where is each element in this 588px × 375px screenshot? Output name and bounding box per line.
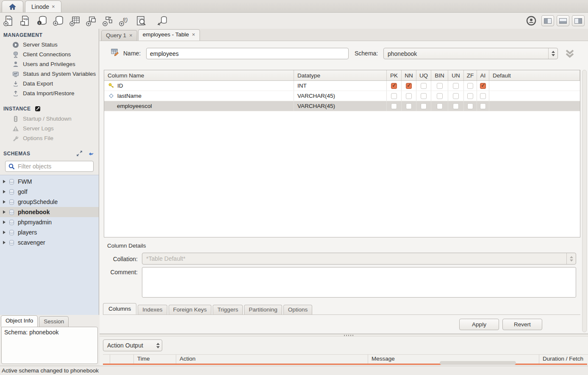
toggle-bottom-panel-button[interactable] bbox=[557, 15, 569, 26]
header-time[interactable]: Time bbox=[134, 355, 176, 364]
uq-checkbox[interactable] bbox=[421, 103, 427, 109]
tab-object-info[interactable]: Object Info bbox=[1, 315, 38, 327]
schema-item-players[interactable]: players bbox=[0, 227, 99, 237]
spinner-icon[interactable] bbox=[154, 340, 162, 351]
editor-scrollbar[interactable] bbox=[582, 70, 587, 332]
table-name-input[interactable] bbox=[146, 48, 349, 59]
new-sql-tab-button[interactable]: SQL bbox=[1, 14, 17, 27]
open-sql-script-button[interactable]: SQL bbox=[18, 14, 33, 27]
toggle-left-panel-button[interactable] bbox=[541, 15, 554, 26]
comment-textarea[interactable] bbox=[142, 267, 576, 298]
header-column-name[interactable]: Column Name bbox=[104, 70, 294, 80]
output-selector[interactable]: Action Output bbox=[103, 339, 162, 351]
expander-icon[interactable] bbox=[3, 221, 6, 224]
header-nn[interactable]: NN bbox=[402, 70, 416, 80]
sidebar-item-data-export[interactable]: Data Export bbox=[0, 79, 99, 88]
schema-item-phpmyadmin[interactable]: phpmyadmin bbox=[0, 217, 99, 227]
column-row-employeescol[interactable]: employeescol VARCHAR(45) bbox=[104, 101, 580, 111]
zf-checkbox[interactable] bbox=[467, 103, 473, 109]
inspect-database-button[interactable]: i bbox=[34, 14, 50, 27]
column-row-lastname[interactable]: lastName VARCHAR(45) bbox=[104, 91, 580, 101]
search-data-button[interactable] bbox=[133, 14, 149, 27]
close-icon[interactable]: × bbox=[192, 31, 195, 38]
header-bin[interactable]: BIN bbox=[431, 70, 448, 80]
spinner-icon[interactable] bbox=[548, 48, 557, 59]
un-checkbox[interactable] bbox=[453, 93, 459, 99]
bin-checkbox[interactable] bbox=[437, 83, 443, 89]
bin-checkbox[interactable] bbox=[437, 93, 443, 99]
header-action[interactable]: Action bbox=[176, 355, 368, 364]
header-duration[interactable]: Duration / Fetch bbox=[539, 355, 588, 364]
pk-checkbox[interactable] bbox=[391, 83, 397, 89]
header-zf[interactable]: ZF bbox=[464, 70, 477, 80]
expander-icon[interactable] bbox=[3, 180, 6, 183]
header-ai[interactable]: AI bbox=[477, 70, 489, 80]
header-default[interactable]: Default bbox=[489, 70, 580, 80]
zf-checkbox[interactable] bbox=[467, 93, 473, 99]
expander-icon[interactable] bbox=[3, 231, 6, 234]
sidebar-item-server-status[interactable]: Server Status bbox=[0, 40, 99, 50]
home-tab[interactable] bbox=[2, 0, 23, 12]
ai-checkbox[interactable] bbox=[480, 83, 486, 89]
apply-button[interactable]: Apply bbox=[459, 319, 499, 330]
ai-checkbox[interactable] bbox=[480, 103, 486, 109]
toggle-right-panel-button[interactable] bbox=[572, 15, 585, 26]
schema-item-groupschedule[interactable]: groupSchedule bbox=[0, 197, 99, 207]
nn-checkbox[interactable] bbox=[406, 103, 412, 109]
reconnect-dbms-button[interactable] bbox=[155, 14, 170, 27]
sidebar-item-options-file[interactable]: Options File bbox=[0, 133, 99, 143]
close-icon[interactable]: × bbox=[52, 3, 55, 10]
un-checkbox[interactable] bbox=[453, 83, 459, 89]
sidebar-item-users-privileges[interactable]: Users and Privileges bbox=[0, 59, 99, 69]
refresh-schemas-icon[interactable] bbox=[87, 150, 94, 157]
schema-item-phonebook[interactable]: phonebook bbox=[0, 207, 99, 217]
tab-foreign-keys[interactable]: Foreign Keys bbox=[169, 305, 212, 314]
tab-query-1[interactable]: Query 1 × bbox=[101, 30, 137, 41]
header-uq[interactable]: UQ bbox=[416, 70, 431, 80]
header-pk[interactable]: PK bbox=[387, 70, 402, 80]
tab-triggers[interactable]: Triggers bbox=[213, 305, 243, 314]
pk-checkbox[interactable] bbox=[391, 103, 397, 109]
create-procedure-button[interactable] bbox=[100, 14, 116, 27]
schema-item-scavenger[interactable]: scavenger bbox=[0, 237, 99, 248]
bin-checkbox[interactable] bbox=[437, 103, 443, 109]
nn-checkbox[interactable] bbox=[406, 83, 412, 89]
connection-tab-linode[interactable]: Linode × bbox=[25, 0, 61, 12]
schema-filter-input[interactable] bbox=[18, 163, 94, 170]
expand-header-button[interactable] bbox=[563, 48, 576, 59]
expander-icon[interactable] bbox=[3, 190, 6, 193]
expander-icon[interactable] bbox=[3, 241, 6, 244]
create-function-button[interactable]: f() bbox=[117, 14, 132, 27]
un-checkbox[interactable] bbox=[453, 103, 459, 109]
expander-icon[interactable] bbox=[3, 210, 6, 214]
sidebar-item-client-connections[interactable]: Client Connections bbox=[0, 50, 99, 59]
schema-item-fwm[interactable]: FWM bbox=[0, 176, 99, 187]
sidebar-item-server-logs[interactable]: Server Logs bbox=[0, 124, 99, 133]
pk-checkbox[interactable] bbox=[391, 93, 397, 99]
tab-indexes[interactable]: Indexes bbox=[138, 305, 167, 314]
nn-checkbox[interactable] bbox=[406, 93, 412, 99]
ai-checkbox[interactable] bbox=[480, 93, 486, 99]
create-schema-button[interactable] bbox=[51, 14, 66, 27]
tab-session[interactable]: Session bbox=[39, 316, 69, 327]
create-table-button[interactable] bbox=[67, 14, 83, 27]
zf-checkbox[interactable] bbox=[467, 83, 473, 89]
tab-employees-table[interactable]: employees - Table × bbox=[138, 29, 200, 41]
header-un[interactable]: UN bbox=[448, 70, 464, 80]
header-datatype[interactable]: Datatype bbox=[294, 70, 387, 80]
tab-partitioning[interactable]: Partitioning bbox=[244, 305, 282, 314]
schema-select[interactable]: phonebook bbox=[383, 48, 558, 59]
schema-item-golf[interactable]: golf bbox=[0, 187, 99, 197]
sidebar-item-data-import[interactable]: Data Import/Restore bbox=[0, 88, 99, 98]
tab-columns[interactable]: Columns bbox=[103, 303, 136, 314]
collation-select[interactable]: *Table Default* bbox=[142, 253, 576, 265]
revert-button[interactable]: Revert bbox=[502, 319, 542, 330]
sidebar-item-system-variables[interactable]: Status and System Variables bbox=[0, 69, 99, 79]
create-view-button[interactable] bbox=[84, 14, 99, 27]
tab-options[interactable]: Options bbox=[283, 305, 313, 314]
expand-schemas-icon[interactable] bbox=[76, 150, 83, 157]
uq-checkbox[interactable] bbox=[421, 93, 427, 99]
user-account-icon[interactable] bbox=[524, 14, 539, 27]
close-icon[interactable]: × bbox=[129, 32, 133, 39]
expander-icon[interactable] bbox=[3, 200, 6, 204]
